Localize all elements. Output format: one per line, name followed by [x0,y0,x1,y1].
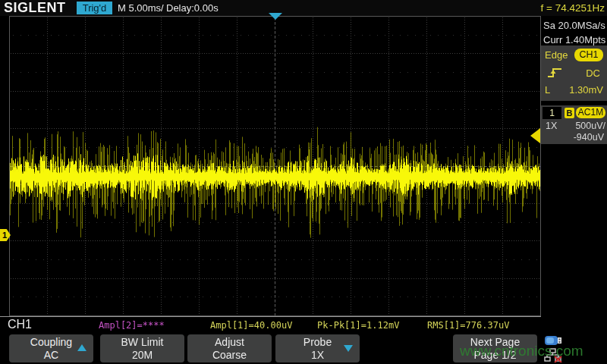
trigger-level-value: 1.30mV [569,84,603,96]
trigger-mode-label: Edge [545,49,568,61]
probe-attenuation-readout: 1X [546,121,557,131]
siglent-logo: SIGLENT [4,0,66,16]
bw-limit-button-value: 20M [100,349,184,361]
trigger-level-label: L [545,84,550,96]
measurement-ampl2: Ampl[2]=**** [99,320,165,331]
timebase-readout[interactable]: M 5.00ms/ [118,2,164,14]
memory-depth-readout: Curr 1.40Mpts [543,34,605,46]
trigger-level-marker-icon[interactable] [530,128,540,143]
adjust-button[interactable]: Adjust Coarse [187,334,272,362]
trigger-position-marker-icon[interactable] [269,13,282,20]
watermark-text: www.cntronics.com [460,343,583,359]
bandwidth-limit-badge: B [565,108,574,118]
adjust-button-label: Adjust [187,335,272,349]
measurement-rms1: RMS[1]=776.37uV [427,320,509,331]
channel-coupling-badge: AC1M [576,107,605,118]
adjust-button-value: Coarse [187,349,272,361]
measurement-pkpk1: Pk-Pk[1]=1.12mV [317,320,399,331]
coupling-button[interactable]: Coupling AC [9,334,93,362]
graticule-and-waveform-display [0,0,607,364]
sample-rate-readout: Sa 20.0MSa/s [543,20,605,31]
probe-button[interactable]: Probe 1X [275,334,360,362]
trigger-status-badge[interactable]: Trig'd [77,2,112,14]
channel-number-badge: 1 [543,107,561,119]
delay-readout[interactable]: Delay:0.00s [166,2,219,14]
volts-per-div-readout: 500uV/ [575,121,605,131]
up-arrow-icon [77,344,86,351]
trigger-coupling-label: DC [586,67,600,79]
rising-edge-icon [547,67,562,79]
trigger-info-panel[interactable]: Edge CH1 DC L 1.30mV [541,46,607,101]
channel-offset-readout: -940uV [574,132,604,143]
measurement-ampl1: Ampl[1]=40.00uV [210,320,292,331]
bw-limit-button[interactable]: BW Limit 20M [100,334,184,362]
top-status-bar: SIGLENT Trig'd M 5.00ms/ Delay:0.00s f =… [0,0,607,16]
oscilloscope-screen: SIGLENT Trig'd M 5.00ms/ Delay:0.00s f =… [0,0,607,364]
trigger-source-badge: CH1 [574,49,603,61]
frequency-counter-readout: f = 74.4251Hz [531,2,605,14]
channel1-info-panel[interactable]: 1 B AC1M 1X 500uV/ -940uV [541,105,607,144]
measure-channel-label: CH1 [8,318,32,331]
down-arrow-icon [344,345,353,352]
bw-limit-button-label: BW Limit [100,335,184,349]
